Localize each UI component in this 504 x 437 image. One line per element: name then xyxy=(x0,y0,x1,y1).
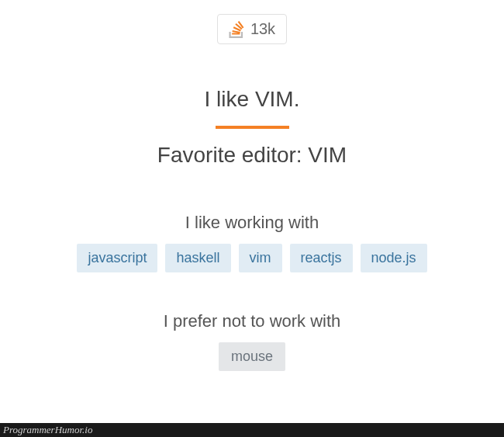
reputation-badge[interactable]: 13k xyxy=(217,14,287,44)
like-label: I like working with xyxy=(185,213,319,233)
like-working-with-section: I like working with javascript haskell v… xyxy=(77,213,426,272)
tag-reactjs[interactable]: reactjs xyxy=(290,244,353,272)
tag-vim[interactable]: vim xyxy=(239,244,282,272)
dislike-working-with-section: I prefer not to work with mouse xyxy=(164,311,341,371)
dislike-label: I prefer not to work with xyxy=(164,311,341,331)
tag-mouse[interactable]: mouse xyxy=(219,342,285,371)
watermark-text: ProgrammerHumor.io xyxy=(3,424,92,436)
reputation-count: 13k xyxy=(250,20,275,38)
favorite-editor: Favorite editor: VIM xyxy=(157,143,347,168)
like-tags-row: javascript haskell vim reactjs node.js xyxy=(77,244,426,272)
tag-javascript[interactable]: javascript xyxy=(77,244,157,272)
stackoverflow-icon xyxy=(229,21,244,38)
tag-nodejs[interactable]: node.js xyxy=(361,244,427,272)
profile-headline: I like VIM. xyxy=(205,87,300,112)
watermark-footer: ProgrammerHumor.io xyxy=(0,423,504,437)
dislike-tags-row: mouse xyxy=(219,342,285,371)
accent-divider xyxy=(216,126,289,129)
tag-haskell[interactable]: haskell xyxy=(165,244,230,272)
